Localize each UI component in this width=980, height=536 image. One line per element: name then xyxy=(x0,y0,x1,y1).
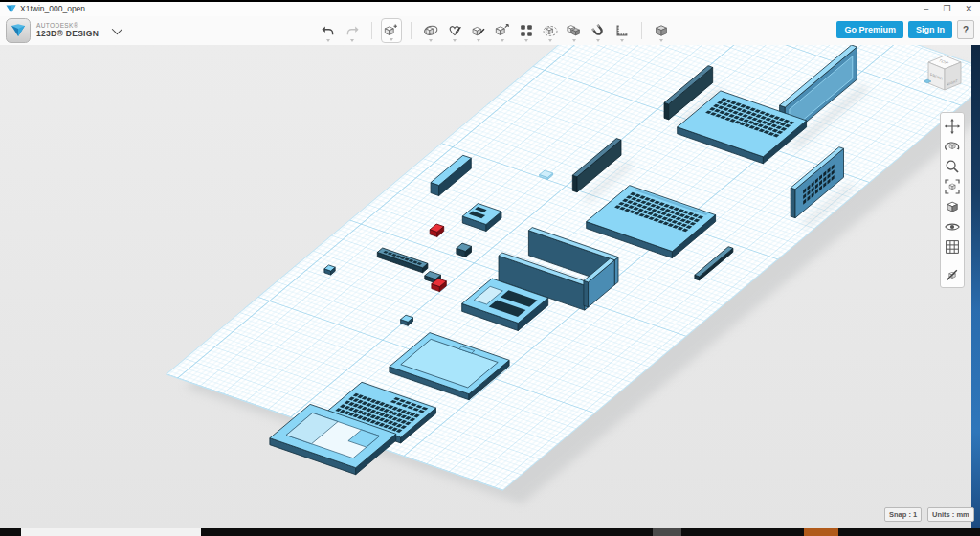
viewport[interactable]: TOP FRONT RIGHT Snap : 1 Units : mm xyxy=(0,45,980,528)
go-premium-button[interactable]: Go Premium xyxy=(836,21,903,38)
account-buttons: Go Premium Sign In ? xyxy=(836,20,974,39)
restore-button[interactable]: ❐ xyxy=(943,2,950,16)
taskbar-segment-2 xyxy=(804,528,838,536)
sketch-button[interactable] xyxy=(444,18,465,43)
combine-icon xyxy=(567,23,582,38)
dropdown-caret-icon xyxy=(548,39,552,42)
undo-button[interactable] xyxy=(318,18,339,43)
shade-icon xyxy=(944,198,961,215)
brand-123d-design: 123D® DESIGN xyxy=(36,30,99,38)
sign-in-button[interactable]: Sign In xyxy=(908,21,952,38)
pan-button[interactable] xyxy=(943,117,962,135)
orbit-icon xyxy=(944,138,961,155)
zoom-icon xyxy=(944,158,961,175)
sketch-icon xyxy=(447,23,462,38)
brand-block[interactable]: AUTODESK® 123D® DESIGN xyxy=(6,17,120,44)
dropdown-caret-icon xyxy=(596,39,600,42)
grouping-icon xyxy=(543,23,558,38)
dropdown-caret-icon xyxy=(453,39,457,42)
app-logo-icon xyxy=(6,4,16,14)
background-window-edge xyxy=(971,45,980,528)
dropdown-caret-icon xyxy=(477,39,480,42)
snap-button[interactable] xyxy=(588,18,609,43)
material-button[interactable] xyxy=(651,18,672,43)
grid-toggle-button[interactable] xyxy=(943,237,962,256)
units-setting[interactable]: Units : mm xyxy=(927,507,974,522)
scene-3d[interactable] xyxy=(0,45,972,528)
window-title: X1twin_000_open xyxy=(20,4,85,13)
123d-logo-icon xyxy=(6,18,31,43)
taskbar-segment-0 xyxy=(21,528,201,536)
snap-icon xyxy=(590,23,606,38)
material-icon xyxy=(654,23,669,38)
app-window: X1twin_000_open –❐✕ AUTODESK® 123D® DESI… xyxy=(0,0,980,536)
dropdown-caret-icon xyxy=(524,39,528,42)
pattern-button[interactable] xyxy=(516,18,537,43)
toolbar-separator xyxy=(371,22,372,39)
taskbar-segment-1 xyxy=(653,528,681,536)
dropdown-caret-icon xyxy=(620,39,624,42)
help-button[interactable]: ? xyxy=(957,20,974,39)
dropdown-caret-icon xyxy=(390,38,393,41)
dropdown-caret-icon xyxy=(326,39,330,42)
title-bar: X1twin_000_open –❐✕ xyxy=(0,2,980,17)
dropdown-caret-icon xyxy=(501,39,504,42)
pan-icon xyxy=(944,118,961,135)
minimize-button[interactable]: – xyxy=(924,2,928,16)
modify-button[interactable] xyxy=(492,18,513,43)
primitives-icon xyxy=(384,23,399,38)
navigation-bar xyxy=(940,112,965,288)
main-toolbar: AUTODESK® 123D® DESIGN Go Premium Sign I… xyxy=(0,16,980,46)
measure-button[interactable] xyxy=(612,18,633,43)
close-button[interactable]: ✕ xyxy=(965,2,972,16)
construct-button[interactable] xyxy=(468,18,489,43)
brand-text: AUTODESK® 123D® DESIGN xyxy=(36,23,99,38)
redo-icon xyxy=(345,23,360,38)
modify-icon xyxy=(495,23,510,38)
combine-button[interactable] xyxy=(564,18,585,43)
tool-icon-row xyxy=(318,16,672,45)
construct-icon xyxy=(471,23,486,38)
toolbar-separator xyxy=(641,22,642,39)
undo-icon xyxy=(321,23,336,38)
dropdown-caret-icon xyxy=(572,39,576,42)
sketchvis-icon xyxy=(944,266,961,283)
transform-icon xyxy=(423,23,438,38)
transform-button[interactable] xyxy=(420,18,441,43)
workspace-menu-chevron-icon[interactable] xyxy=(112,24,122,34)
zoom-button[interactable] xyxy=(943,157,962,175)
pattern-icon xyxy=(519,23,534,38)
redo-button[interactable] xyxy=(342,18,363,43)
fit-button[interactable] xyxy=(943,177,962,195)
dropdown-caret-icon xyxy=(429,39,433,42)
view-cube[interactable]: TOP FRONT RIGHT xyxy=(922,53,968,97)
eye-icon xyxy=(944,218,961,235)
shading-button[interactable] xyxy=(943,197,962,215)
dropdown-caret-icon xyxy=(659,39,663,42)
snap-setting[interactable]: Snap : 1 xyxy=(884,507,922,522)
dropdown-caret-icon xyxy=(350,39,354,42)
grid-icon xyxy=(944,238,961,256)
toolbar-separator xyxy=(411,22,412,39)
window-controls: –❐✕ xyxy=(924,2,972,16)
measure-icon xyxy=(614,23,630,38)
fit-icon xyxy=(944,178,961,195)
sketch-visibility-button[interactable] xyxy=(943,265,962,283)
grouping-button[interactable] xyxy=(540,18,561,43)
visibility-button[interactable] xyxy=(943,217,962,235)
orbit-button[interactable] xyxy=(943,137,962,155)
background-taskbar xyxy=(0,528,980,536)
primitives-button[interactable] xyxy=(381,18,402,43)
